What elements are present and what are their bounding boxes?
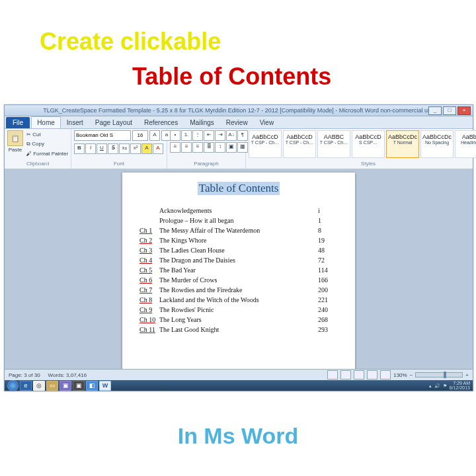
toc-row[interactable]: Ch 10The Long Years268 xyxy=(139,316,338,323)
tab-review[interactable]: Review xyxy=(220,116,254,128)
font-name-select[interactable]: Bookman Old S xyxy=(74,130,131,141)
bold-button[interactable]: B xyxy=(74,143,85,154)
view-fullscreen-button[interactable] xyxy=(340,370,351,379)
taskbar-ie-icon[interactable]: e xyxy=(20,381,32,391)
copy-button[interactable]: ⧉ Copy xyxy=(24,139,70,149)
cut-button[interactable]: ✂ Cut xyxy=(24,130,70,139)
annotation-line2: Table of Contents xyxy=(132,63,331,91)
style-t-csp-ch-[interactable]: AaBbCcDT CSP - Ch… xyxy=(249,130,282,158)
toc-row[interactable]: Ch 9The Rowdies' Picnic240 xyxy=(139,306,338,313)
align-right-button[interactable]: ≡ xyxy=(192,142,203,153)
document-area[interactable]: Table of Contents AcknowledgementsiProlo… xyxy=(5,169,473,370)
multilevel-button[interactable]: ⋮ xyxy=(192,130,203,141)
tab-insert[interactable]: Insert xyxy=(61,116,89,128)
font-size-select[interactable]: 16 xyxy=(132,130,148,141)
annotation-footer: In Ms Word xyxy=(0,423,476,449)
sort-button[interactable]: A↓ xyxy=(226,130,237,141)
style-s-csp-[interactable]: AaBbCcDS CSP… xyxy=(352,130,385,158)
group-label-styles: Styles xyxy=(249,161,476,167)
taskbar-clock[interactable]: 7:29 AM 8/12/2013 xyxy=(450,381,470,390)
line-spacing-button[interactable]: ↕ xyxy=(215,142,225,153)
justify-button[interactable]: ≣ xyxy=(204,142,214,153)
tray-volume-icon[interactable]: 🔊 xyxy=(434,383,440,388)
toc-page-num: 268 xyxy=(318,316,338,323)
style-t-csp-ch-[interactable]: AaBbCcDT CSP - Ch… xyxy=(283,130,316,158)
document-page[interactable]: Table of Contents AcknowledgementsiProlo… xyxy=(122,173,355,370)
format-painter-label: Format Painter xyxy=(33,151,68,157)
tray-arrow-icon[interactable]: ▴ xyxy=(429,383,432,388)
view-outline-button[interactable] xyxy=(367,370,377,379)
view-print-layout-button[interactable] xyxy=(327,370,338,379)
toc-entry-name: The Messy Affair of The Waterdemon xyxy=(159,227,318,234)
format-painter-button[interactable]: 🖌 Format Painter xyxy=(24,149,70,158)
increase-indent-button[interactable]: ⇥ xyxy=(215,130,225,141)
group-paragraph: • 1. ⋮ ⇤ ⇥ A↓ ¶ ≡ ≡ ≡ ≣ ↕ ▣ xyxy=(167,129,246,169)
paste-button[interactable]: 📋 Paste xyxy=(7,130,23,153)
tab-home[interactable]: Home xyxy=(31,116,61,128)
italic-button[interactable]: I xyxy=(85,143,96,154)
shading-button[interactable]: ▣ xyxy=(226,142,237,153)
toc-row[interactable]: Ch 4The Dragon and The Daisies72 xyxy=(139,257,338,264)
toc-row[interactable]: Ch 5The Bad Year114 xyxy=(139,266,338,274)
tab-file[interactable]: File xyxy=(6,117,30,128)
status-page[interactable]: Page: 3 of 30 xyxy=(9,372,40,378)
toc-page-num: 114 xyxy=(318,266,338,274)
superscript-button[interactable]: x² xyxy=(130,143,141,154)
toc-chapter: Ch 1 xyxy=(139,227,159,234)
align-left-button[interactable]: ≡ xyxy=(170,142,180,153)
tab-view[interactable]: View xyxy=(254,116,280,128)
style-t-csp-ch-[interactable]: AABBCT CSP - Ch… xyxy=(317,130,350,158)
view-web-button[interactable] xyxy=(354,370,364,379)
toc-row[interactable]: Ch 11The Last Good Knight293 xyxy=(139,326,338,333)
style-t-normal[interactable]: AaBbCcDcT Normal xyxy=(386,130,419,158)
bullets-button[interactable]: • xyxy=(170,130,180,141)
style-no-spacing[interactable]: AaBbCcDcNo Spacing xyxy=(420,130,454,158)
toc-title[interactable]: Table of Contents xyxy=(198,182,280,195)
zoom-out-button[interactable]: − xyxy=(410,372,413,378)
close-button[interactable]: × xyxy=(457,106,471,115)
tab-mailings[interactable]: Mailings xyxy=(184,116,220,128)
taskbar-app3-icon[interactable]: ◧ xyxy=(86,381,98,391)
toc-row[interactable]: Ch 2The Kings Whore19 xyxy=(139,237,338,244)
toc-row[interactable]: Ch 1The Messy Affair of The Waterdemon8 xyxy=(139,227,338,234)
view-draft-button[interactable] xyxy=(380,370,391,379)
maximize-button[interactable]: □ xyxy=(443,106,456,115)
strike-button[interactable]: S̶ xyxy=(108,143,118,154)
toc-row[interactable]: Acknowledgementsi xyxy=(139,207,338,214)
zoom-slider[interactable] xyxy=(415,372,463,377)
toc-row[interactable]: Ch 6The Murder of Crows166 xyxy=(139,276,338,284)
subscript-button[interactable]: x₂ xyxy=(119,143,130,154)
font-color-button[interactable]: A xyxy=(153,143,163,154)
decrease-indent-button[interactable]: ⇤ xyxy=(204,130,214,141)
toc-row[interactable]: Ch 8Lackland and the Witch of the Woods2… xyxy=(139,296,338,303)
taskbar-explorer-icon[interactable]: ▭ xyxy=(46,381,58,391)
style-heading-1[interactable]: AaBbCHeading 1 xyxy=(455,130,476,158)
highlight-button[interactable]: A xyxy=(141,143,152,154)
numbering-button[interactable]: 1. xyxy=(181,130,192,141)
taskbar-date: 8/12/2013 xyxy=(450,385,470,390)
grow-font-button[interactable]: A xyxy=(149,130,160,141)
minimize-button[interactable]: _ xyxy=(428,106,442,115)
zoom-in-button[interactable]: + xyxy=(465,372,469,378)
start-button[interactable] xyxy=(7,380,19,391)
align-center-button[interactable]: ≡ xyxy=(181,142,192,153)
toc-page-num: 19 xyxy=(318,237,338,244)
toc-row[interactable]: Ch 7The Rowdies and the Firedrake200 xyxy=(139,286,338,294)
taskbar-chrome-icon[interactable]: ◎ xyxy=(33,381,45,391)
toc-chapter: Ch 3 xyxy=(139,247,159,254)
window-controls: _ □ × xyxy=(428,106,471,115)
toc-row[interactable]: Ch 3The Ladies Clean House48 xyxy=(139,247,338,254)
taskbar-app2-icon[interactable]: ▣ xyxy=(73,381,85,391)
underline-button[interactable]: U xyxy=(97,143,107,154)
toc-page-num: 1 xyxy=(318,217,338,224)
taskbar-app-icon[interactable]: ▣ xyxy=(60,381,71,391)
window-title: TLGK_CreateSpace Formatted Template - 5.… xyxy=(43,107,434,114)
tab-references[interactable]: References xyxy=(138,116,184,128)
tab-page-layout[interactable]: Page Layout xyxy=(89,116,138,128)
toc-row[interactable]: Prologue – How it all began1 xyxy=(139,217,338,224)
toc-entry-name: Acknowledgements xyxy=(159,207,318,214)
paste-label: Paste xyxy=(9,147,22,153)
status-words[interactable]: Words: 3,07,416 xyxy=(48,372,87,378)
taskbar-word-icon[interactable]: W xyxy=(99,381,111,391)
tray-network-icon[interactable]: ⚑ xyxy=(443,383,447,388)
